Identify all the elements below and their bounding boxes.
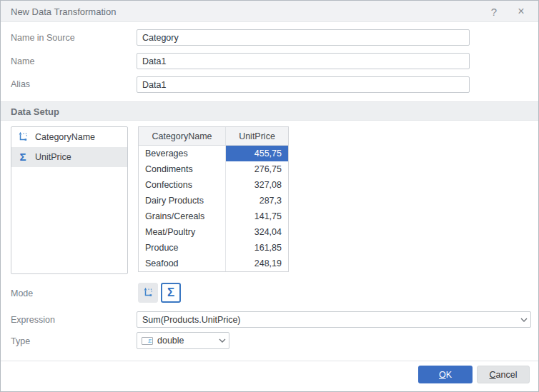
name-in-source-field[interactable]	[137, 29, 470, 46]
dimension-icon	[17, 131, 29, 143]
mode-sigma-button[interactable]: Σ	[161, 283, 181, 303]
expression-label: Expression	[11, 315, 55, 325]
category-cell[interactable]: Meat/Poultry	[139, 224, 226, 240]
category-cell[interactable]: Confections	[139, 177, 226, 193]
ok-button[interactable]: OK	[418, 366, 473, 383]
field-list-panel: CategoryName Σ UnitPrice	[11, 126, 128, 274]
table-row[interactable]: Dairy Products 287,3	[139, 193, 288, 208]
dialog-title: New Data Transformation	[11, 6, 116, 17]
price-cell-selected[interactable]: 455,75	[226, 146, 288, 161]
table-row[interactable]: Seafood 248,19	[139, 256, 288, 271]
list-item-label: UnitPrice	[35, 152, 71, 162]
column-header-unitprice[interactable]: UnitPrice	[226, 127, 288, 145]
type-dropdown[interactable]: .E double	[137, 332, 229, 349]
chevron-down-icon	[518, 318, 530, 322]
name-field[interactable]	[137, 53, 470, 69]
category-cell[interactable]: Condiments	[139, 161, 226, 177]
list-item-categoryname[interactable]: CategoryName	[11, 127, 127, 147]
category-cell[interactable]: Seafood	[139, 256, 226, 271]
titlebar: New Data Transformation ? ×	[1, 1, 538, 22]
data-setup-label: Data Setup	[11, 106, 59, 117]
table-row[interactable]: Meat/Poultry 324,04	[139, 224, 288, 240]
table-row[interactable]: Condiments 276,75	[139, 161, 288, 177]
type-label: Type	[11, 336, 30, 346]
price-cell[interactable]: 287,3	[226, 193, 288, 208]
column-header-categoryname[interactable]: CategoryName	[139, 127, 226, 145]
category-cell[interactable]: Produce	[139, 240, 226, 256]
list-item-unitprice[interactable]: Σ UnitPrice	[11, 147, 127, 167]
sigma-icon: Σ	[167, 287, 174, 298]
price-cell[interactable]: 248,19	[226, 256, 288, 271]
name-in-source-label: Name in Source	[11, 33, 75, 43]
help-icon[interactable]: ?	[486, 4, 502, 19]
expression-value: Sum(Products.UnitPrice)	[137, 315, 518, 325]
alias-field[interactable]	[137, 76, 470, 93]
mode-label: Mode	[11, 288, 33, 298]
table-row[interactable]: Grains/Cereals 141,75	[139, 208, 288, 224]
footer-divider	[1, 361, 538, 361]
mode-dimension-button[interactable]	[138, 283, 158, 303]
category-cell[interactable]: Dairy Products	[139, 193, 226, 208]
dimension-icon	[142, 287, 154, 298]
new-data-transformation-dialog: New Data Transformation ? × Name in Sour…	[0, 0, 539, 392]
name-label: Name	[11, 56, 34, 66]
sigma-icon: Σ	[17, 151, 29, 163]
table-header-row: CategoryName UnitPrice	[139, 127, 288, 146]
price-cell[interactable]: 161,85	[226, 240, 288, 256]
table-row[interactable]: Produce 161,85	[139, 240, 288, 256]
table-row[interactable]: Beverages 455,75	[139, 146, 288, 161]
price-cell[interactable]: 324,04	[226, 224, 288, 240]
price-cell[interactable]: 327,08	[226, 177, 288, 193]
data-setup-section-header: Data Setup	[1, 101, 538, 121]
double-type-icon: .E	[142, 337, 153, 345]
price-cell[interactable]: 141,75	[226, 208, 288, 224]
table-row[interactable]: Confections 327,08	[139, 177, 288, 193]
cancel-button[interactable]: Cancel	[477, 366, 530, 383]
chevron-down-icon	[216, 338, 229, 343]
alias-label: Alias	[11, 79, 30, 89]
list-item-label: CategoryName	[35, 132, 95, 142]
type-value: double	[153, 336, 216, 346]
category-cell[interactable]: Grains/Cereals	[139, 208, 226, 224]
preview-table: CategoryName UnitPrice Beverages 455,75 …	[138, 126, 289, 272]
category-cell[interactable]: Beverages	[139, 146, 226, 161]
price-cell[interactable]: 276,75	[226, 161, 288, 177]
expression-combobox[interactable]: Sum(Products.UnitPrice)	[137, 311, 531, 328]
close-icon[interactable]: ×	[513, 4, 529, 19]
